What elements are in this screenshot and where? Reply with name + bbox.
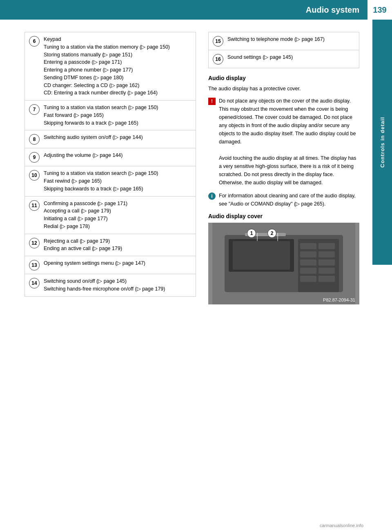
svg-rect-11 <box>300 268 316 274</box>
table-row: 9Adjusting the volume (▷ page 144) <box>25 148 196 166</box>
table-row: 6KeypadTuning to a station via the stati… <box>25 32 196 101</box>
table-row: 7Tuning to a station via station search … <box>25 101 196 130</box>
cover-heading: Audio display cover <box>208 213 359 219</box>
row-number: 15 <box>213 36 223 47</box>
row-number: 8 <box>29 134 40 145</box>
row-content: Sound settings (▷ page 145) <box>227 54 355 61</box>
footer-logo: carmanualsonline.info <box>320 523 363 528</box>
audio-display-intro: The audio display has a protective cover… <box>208 85 359 93</box>
image-caption: P82.87-2094-31 <box>323 297 355 302</box>
row-content: Opening system settings menu (▷ page 147… <box>44 259 192 267</box>
left-table: 6KeypadTuning to a station via the stati… <box>24 32 196 297</box>
svg-rect-13 <box>300 276 316 282</box>
row-content: Tuning to a station via station search (… <box>44 104 192 127</box>
audio-display-heading: Audio display <box>208 75 359 81</box>
table-row: 12Rejecting a call (▷ page 179)Ending an… <box>25 234 196 257</box>
row-number: 9 <box>29 152 40 163</box>
page-number: 139 <box>368 0 392 20</box>
table-row: 15Switching to telephone mode (▷ page 16… <box>209 32 359 50</box>
svg-rect-12 <box>318 268 335 274</box>
row-number: 12 <box>29 238 40 248</box>
image-label-1: 1 <box>247 229 256 238</box>
right-table: 15Switching to telephone mode (▷ page 16… <box>208 32 359 68</box>
svg-rect-7 <box>300 251 316 257</box>
svg-rect-3 <box>233 241 290 270</box>
info-box: i For information about cleaning and car… <box>208 192 359 208</box>
row-number: 14 <box>29 278 40 288</box>
svg-rect-8 <box>318 251 335 257</box>
svg-rect-14 <box>318 276 335 282</box>
table-row: 13Opening system settings menu (▷ page 1… <box>25 256 196 274</box>
warning-icon: ! <box>208 98 216 105</box>
sidebar-controls-detail: Controls in detail <box>372 20 392 265</box>
table-row: 10Tuning to a station via station search… <box>25 166 196 196</box>
header-title: Audio system <box>298 0 368 20</box>
header-bar: Audio system 139 <box>0 0 392 20</box>
audio-display-image: 1 2 P82.87-2094-31 <box>208 223 359 304</box>
svg-rect-10 <box>318 259 335 266</box>
row-content: Switching audio system on/off (▷ page 14… <box>44 134 192 141</box>
svg-rect-9 <box>300 259 316 266</box>
row-content: Tuning to a station via station search (… <box>44 170 192 192</box>
row-content: Confirming a passcode (▷ page 171)Accept… <box>44 200 192 230</box>
row-content: Switching sound on/off (▷ page 145)Switc… <box>44 277 192 293</box>
row-content: Rejecting a call (▷ page 179)Ending an a… <box>44 237 192 253</box>
row-number: 11 <box>29 200 40 211</box>
row-number: 16 <box>213 54 223 65</box>
svg-rect-5 <box>300 243 316 249</box>
image-label-2: 2 <box>267 229 276 238</box>
info-icon: i <box>208 192 216 200</box>
row-number: 10 <box>29 170 40 181</box>
row-number: 6 <box>29 36 40 47</box>
row-number: 7 <box>29 104 40 115</box>
warning-box: ! Do not place any objects on the cover … <box>208 97 359 187</box>
row-content: KeypadTuning to a station via the statio… <box>44 36 192 97</box>
left-column: 6KeypadTuning to a station via the stati… <box>24 32 196 304</box>
main-content: 6KeypadTuning to a station via the stati… <box>0 20 392 313</box>
sidebar-label: Controls in detail <box>379 117 385 168</box>
row-content: Switching to telephone mode (▷ page 167) <box>227 36 355 43</box>
table-row: 11Confirming a passcode (▷ page 171)Acce… <box>25 197 196 234</box>
audio-display-section: Audio display The audio display has a pr… <box>208 75 359 304</box>
table-row: 16Sound settings (▷ page 145) <box>209 50 359 68</box>
table-row: 8Switching audio system on/off (▷ page 1… <box>25 130 196 148</box>
warning-text: Do not place any objects on the cover of… <box>219 97 359 187</box>
info-text: For information about cleaning and care … <box>219 192 359 208</box>
svg-rect-6 <box>318 243 335 249</box>
right-column: 15Switching to telephone mode (▷ page 16… <box>208 32 384 304</box>
table-row: 14Switching sound on/off (▷ page 145)Swi… <box>25 274 196 296</box>
row-number: 13 <box>29 260 40 270</box>
row-content: Adjusting the volume (▷ page 144) <box>44 152 192 159</box>
